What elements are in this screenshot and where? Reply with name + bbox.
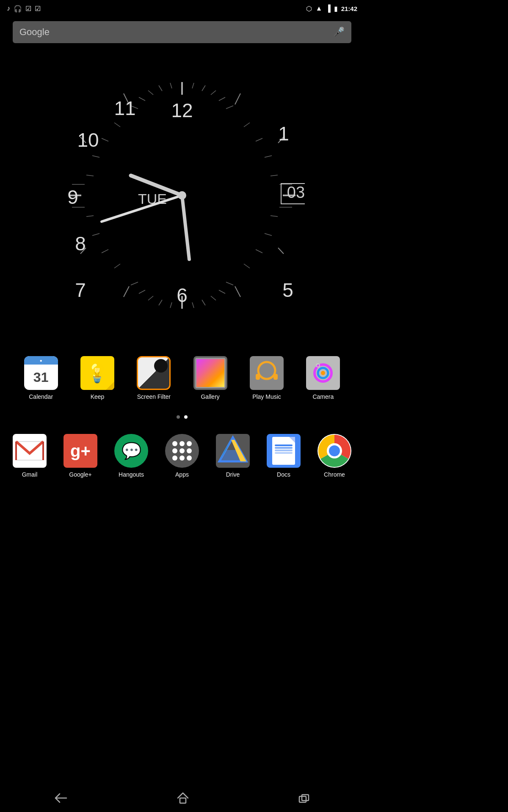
app-icon-keep[interactable]: 💡 Keep	[74, 356, 121, 400]
battery-icon: ▮	[334, 5, 338, 13]
page-dot-1[interactable]	[177, 415, 180, 419]
headphones-icon: 🎧	[14, 5, 22, 13]
dock-icon-docs[interactable]: Docs	[260, 434, 307, 478]
dock-icon-gplus[interactable]: g+ Google+	[57, 434, 104, 478]
page-dots	[0, 415, 364, 419]
app-icon-play-music[interactable]: Play Music	[243, 356, 290, 400]
launcher-label: Apps	[175, 471, 189, 478]
camera-icon	[306, 356, 340, 390]
svg-line-25	[265, 233, 272, 236]
camera-label: Camera	[312, 393, 334, 400]
dock-icon-launcher[interactable]: Apps	[159, 434, 205, 478]
signal-icon: ▐	[326, 5, 330, 12]
svg-text:12: 12	[171, 99, 193, 121]
app-icon-gallery[interactable]: Gallery	[187, 356, 234, 400]
drive-icon	[216, 434, 250, 468]
svg-line-26	[256, 250, 262, 253]
clock-time: 21:42	[341, 5, 357, 12]
music-notification-icon: ♪	[7, 5, 10, 12]
svg-line-52	[170, 83, 172, 88]
app-icon-camera[interactable]: Camera	[300, 356, 346, 400]
search-bar[interactable]: Google 🎤	[13, 21, 351, 43]
svg-text:7: 7	[75, 279, 86, 301]
svg-line-68	[162, 195, 210, 259]
check2-icon: ☑	[35, 5, 41, 13]
svg-line-18	[244, 123, 250, 127]
screen-filter-icon	[137, 356, 171, 390]
dock: Gmail g+ Google+ 💬 Hangouts Apps	[0, 425, 364, 486]
svg-text:9: 9	[67, 186, 78, 208]
svg-line-19	[256, 138, 262, 141]
svg-point-71	[178, 191, 186, 200]
home-button[interactable]	[164, 788, 202, 811]
svg-text:5: 5	[282, 279, 293, 301]
svg-line-35	[148, 296, 153, 300]
svg-line-6	[235, 286, 240, 297]
clock-widget[interactable]: 12 1 2 03 3 4 5 6 7 8 9 TUE 10 11	[0, 47, 364, 343]
dock-icon-drive[interactable]: Drive	[210, 434, 256, 478]
recents-button[interactable]	[286, 789, 322, 810]
bluetooth-icon: ⬡	[306, 5, 312, 13]
svg-line-50	[148, 91, 153, 95]
svg-line-24	[271, 216, 278, 217]
svg-line-33	[170, 302, 172, 308]
calendar-icon: ● 31	[24, 356, 58, 390]
hangouts-icon: 💬	[114, 434, 148, 468]
keep-label: Keep	[91, 393, 105, 400]
microphone-icon[interactable]: 🎤	[333, 27, 345, 38]
page-dot-2[interactable]	[184, 415, 188, 419]
gmail-label: Gmail	[22, 471, 38, 478]
svg-line-20	[265, 156, 272, 157]
svg-line-31	[202, 300, 205, 305]
drive-label: Drive	[226, 471, 240, 478]
svg-line-44	[86, 175, 94, 176]
screen-filter-label: Screen Filter	[137, 393, 171, 400]
chrome-label: Chrome	[324, 471, 345, 478]
back-button[interactable]	[42, 789, 80, 810]
dock-icon-hangouts[interactable]: 💬 Hangouts	[108, 434, 155, 478]
hangouts-label: Hangouts	[119, 471, 144, 478]
svg-text:1: 1	[278, 123, 289, 145]
svg-line-38	[114, 264, 120, 268]
app-grid: ● 31 Calendar 💡 Keep Screen Filter Galle…	[0, 348, 364, 409]
svg-text:6: 6	[177, 284, 188, 306]
svg-point-77	[321, 371, 325, 375]
play-music-label: Play Music	[252, 393, 281, 400]
status-icons-right: ⬡ ▲ ▐ ▮ 21:42	[306, 5, 357, 13]
status-bar: ♪ 🎧 ☑ ☑ ⬡ ▲ ▐ ▮ 21:42	[0, 0, 364, 17]
docs-label: Docs	[277, 471, 290, 478]
svg-line-41	[86, 216, 94, 217]
svg-line-34	[159, 300, 162, 305]
play-music-icon	[250, 356, 284, 390]
dock-icon-gmail[interactable]: Gmail	[6, 434, 53, 478]
svg-line-2	[235, 93, 240, 104]
svg-line-45	[92, 156, 99, 157]
chrome-icon	[318, 434, 351, 468]
svg-line-13	[192, 83, 194, 88]
svg-rect-74	[273, 374, 278, 380]
status-icons-left: ♪ 🎧 ☑ ☑	[7, 5, 41, 13]
app-icon-screen-filter[interactable]: Screen Filter	[130, 356, 177, 400]
app-icon-calendar[interactable]: ● 31 Calendar	[18, 356, 64, 400]
svg-line-21	[271, 175, 278, 176]
search-text: Google	[19, 27, 333, 38]
svg-line-40	[92, 233, 99, 236]
dock-icon-chrome[interactable]: Chrome	[311, 434, 358, 478]
svg-text:03: 03	[287, 184, 305, 201]
calendar-label: Calendar	[29, 393, 53, 400]
nav-bar	[0, 787, 364, 812]
svg-rect-73	[256, 374, 260, 380]
svg-rect-92	[299, 796, 306, 802]
svg-line-17	[226, 106, 233, 109]
svg-line-8	[124, 286, 129, 297]
svg-line-5	[278, 248, 284, 254]
svg-point-89	[329, 445, 340, 456]
svg-line-30	[211, 296, 216, 300]
svg-line-16	[219, 97, 225, 101]
gplus-icon: g+	[64, 434, 97, 468]
wifi-icon: ▲	[315, 5, 322, 12]
svg-rect-91	[180, 798, 186, 803]
svg-point-72	[258, 362, 275, 379]
launcher-icon	[165, 434, 199, 468]
gallery-icon	[193, 356, 227, 390]
